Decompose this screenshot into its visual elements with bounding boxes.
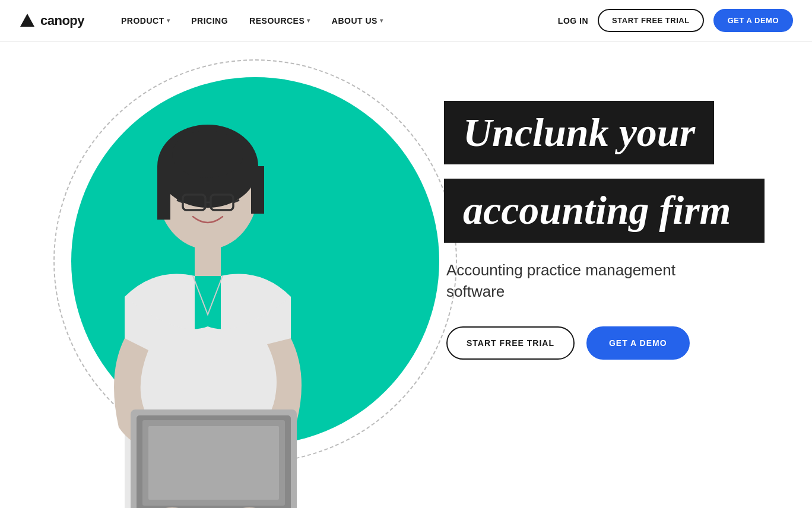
chevron-down-icon: ▾	[307, 17, 310, 24]
nav-links: PRODUCT ▾ PRICING RESOURCES ▾ ABOUT US ▾	[113, 11, 558, 30]
hero-subheadline: Accounting practice management software	[446, 259, 765, 303]
login-button[interactable]: LOG IN	[558, 16, 588, 26]
svg-marker-0	[20, 14, 34, 27]
start-free-trial-nav-button[interactable]: START FREE TRIAL	[598, 9, 704, 32]
nav-product-label: PRODUCT	[121, 16, 164, 26]
get-a-demo-nav-button[interactable]: GET A DEMO	[713, 9, 793, 32]
svg-rect-4	[251, 166, 264, 214]
navbar: canopy PRODUCT ▾ PRICING RESOURCES ▾ ABO…	[0, 0, 812, 42]
headline-block-1: Unclunk your	[444, 101, 714, 164]
svg-point-5	[172, 131, 243, 178]
nav-resources-label: RESOURCES	[249, 16, 304, 26]
subheadline-line1: Accounting practice management	[446, 261, 675, 279]
svg-rect-15	[148, 426, 279, 500]
hero-section: Unclunk your accounting firm Accounting …	[0, 42, 812, 508]
nav-actions: LOG IN START FREE TRIAL GET A DEMO	[558, 9, 793, 32]
logo-text: canopy	[40, 13, 84, 28]
logo-icon	[19, 12, 36, 29]
chevron-down-icon: ▾	[380, 17, 383, 24]
hero-person-image	[36, 89, 392, 508]
chevron-down-icon: ▾	[167, 17, 170, 24]
headline-line-2: accounting firm	[463, 188, 731, 233]
headline-line-1: Unclunk your	[463, 110, 695, 155]
headline-block-2: accounting firm	[444, 179, 765, 242]
nav-item-product[interactable]: PRODUCT ▾	[113, 11, 178, 30]
svg-rect-11	[195, 246, 221, 276]
nav-item-about[interactable]: ABOUT US ▾	[323, 11, 392, 30]
woman-svg	[36, 89, 392, 508]
start-free-trial-hero-button[interactable]: START FREE TRIAL	[446, 326, 575, 360]
nav-item-pricing[interactable]: PRICING	[183, 11, 236, 30]
nav-item-resources[interactable]: RESOURCES ▾	[241, 11, 319, 30]
nav-pricing-label: PRICING	[191, 16, 228, 26]
svg-rect-3	[157, 166, 170, 220]
subheadline-line2: software	[446, 282, 505, 300]
hero-content: Unclunk your accounting firm Accounting …	[444, 101, 765, 360]
hero-cta-buttons: START FREE TRIAL GET A DEMO	[446, 326, 765, 360]
nav-about-label: ABOUT US	[332, 16, 378, 26]
logo[interactable]: canopy	[19, 12, 84, 29]
get-a-demo-hero-button[interactable]: GET A DEMO	[586, 326, 690, 360]
